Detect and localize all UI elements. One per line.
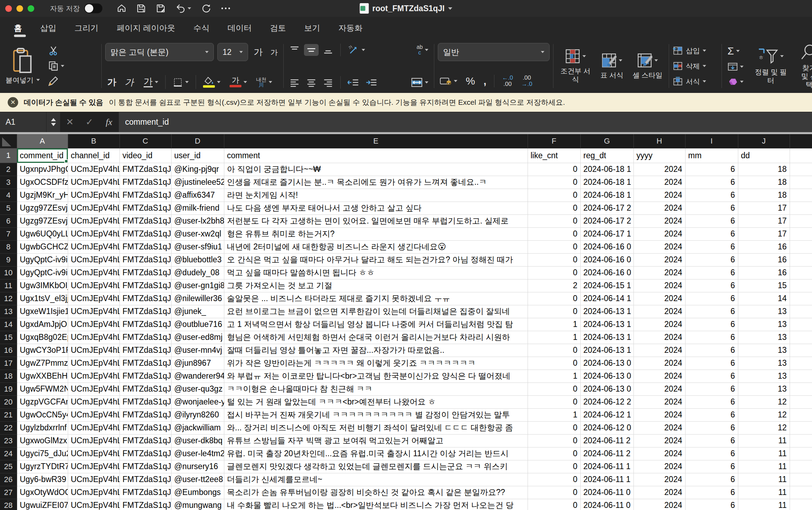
cell-D22[interactable]: @jackwilliam	[171, 421, 224, 434]
row-header-2[interactable]: 2	[0, 163, 17, 176]
cell-H27[interactable]: 2024	[633, 486, 685, 499]
cell-I19[interactable]: 6	[685, 382, 738, 395]
autosave-toggle[interactable]	[84, 3, 102, 13]
cell-J21[interactable]: 12	[738, 408, 790, 421]
cell-A26[interactable]: Ugy6-bwR39	[17, 473, 68, 486]
cell-empty-17[interactable]	[790, 357, 812, 370]
increase-decimal-button[interactable]: ←.0.00	[500, 73, 515, 89]
cell-J11[interactable]: 15	[738, 279, 790, 292]
cell-G15[interactable]: 2024-06-13 1	[580, 331, 633, 344]
cell-F6[interactable]: 0	[528, 214, 580, 227]
cell-J28[interactable]: 11	[738, 499, 790, 510]
cell-E6[interactable]: 저런분도 다 각자 고생하는 면이 있어요. 일면에보면 매우 부럽기도하고. …	[224, 214, 528, 227]
cell-H11[interactable]: 2024	[633, 279, 685, 292]
column-header-F[interactable]: F	[528, 134, 580, 148]
align-left-button[interactable]	[287, 76, 302, 88]
row-header-22[interactable]: 22	[0, 421, 17, 434]
home-button[interactable]	[116, 3, 127, 14]
paste-button[interactable]: 붙여넣기	[3, 48, 42, 84]
cell-D24[interactable]: @user-le4tm2	[171, 447, 224, 460]
cell-C16[interactable]: FMTZdaS1qJI	[119, 344, 171, 357]
cell-H2[interactable]: 2024	[633, 163, 685, 176]
cell-J9[interactable]: 16	[738, 253, 790, 266]
cell-E17[interactable]: 위가 작은 양반이라는게 ㅋㅋㅋㅋㅋ 왜 이렇게 웃기죠 ㅋㅋㅋㅋㅋㅋㅋ	[224, 357, 528, 370]
insert-function-button[interactable]: fx	[99, 112, 119, 132]
cell-C6[interactable]: FMTZdaS1qJI	[119, 214, 171, 227]
undo-button[interactable]	[175, 3, 191, 14]
cell-B2[interactable]: UCmJEpV4hL	[68, 163, 119, 176]
cell-empty-5[interactable]	[790, 202, 812, 214]
cell-H13[interactable]: 2024	[633, 305, 685, 318]
align-middle-button[interactable]	[304, 44, 319, 56]
row-header-27[interactable]: 27	[0, 486, 17, 499]
cell-F8[interactable]: 0	[528, 240, 580, 253]
font-color-button[interactable]: 가	[227, 75, 249, 89]
cell-C20[interactable]: FMTZdaS1qJI	[119, 395, 171, 408]
cell-A6[interactable]: Ugzg97ZEsvjZ	[17, 214, 68, 227]
cell-G4[interactable]: 2024-06-18 1	[580, 189, 633, 202]
cell-B7[interactable]: UCmJEpV4hL	[68, 227, 119, 240]
cell-I25[interactable]: 6	[685, 460, 738, 473]
cell-I14[interactable]: 6	[685, 318, 738, 331]
cell-D11[interactable]: @user-gn1gi8	[171, 279, 224, 292]
cell-A12[interactable]: Ugx1tsV_el3jj	[17, 292, 68, 305]
cell-G24[interactable]: 2024-06-11 2	[580, 447, 633, 460]
cell-I8[interactable]: 6	[685, 240, 738, 253]
cell-G14[interactable]: 2024-06-13 1	[580, 318, 633, 331]
cell-B3[interactable]: UCmJEpV4hL	[68, 176, 119, 189]
cell-D9[interactable]: @bluebottle3	[171, 253, 224, 266]
cell-E4[interactable]: 라면 눈치게임 시작!	[224, 189, 528, 202]
cell-G18[interactable]: 2024-06-13 0	[580, 370, 633, 382]
column-header-A[interactable]: A	[17, 134, 68, 148]
cell-J18[interactable]: 13	[738, 370, 790, 382]
decrease-indent-button[interactable]	[346, 76, 362, 88]
cell-A19[interactable]: Ugw5FWM2N	[17, 382, 68, 395]
cell-J26[interactable]: 11	[738, 473, 790, 486]
cell-C25[interactable]: FMTZdaS1qJI	[119, 460, 171, 473]
cell-F24[interactable]: 0	[528, 447, 580, 460]
cell-C14[interactable]: FMTZdaS1qJI	[119, 318, 171, 331]
clear-dropdown-icon[interactable]	[740, 81, 744, 83]
cell-B15[interactable]: UCmJEpV4hL	[68, 331, 119, 344]
row-header-19[interactable]: 19	[0, 382, 17, 395]
cell-empty-11[interactable]	[790, 279, 812, 292]
cell-empty-20[interactable]	[790, 395, 812, 408]
tab-1[interactable]: 삽입	[31, 17, 65, 39]
phonetic-button[interactable]: 내천 川	[254, 75, 274, 89]
fill-color-dropdown-icon[interactable]	[217, 81, 220, 83]
cell-H28[interactable]: 2024	[633, 499, 685, 510]
cell-H24[interactable]: 2024	[633, 447, 685, 460]
row-header-20[interactable]: 20	[0, 395, 17, 408]
cell-J14[interactable]: 13	[738, 318, 790, 331]
selection-fill-handle[interactable]	[64, 159, 68, 163]
row-header-14[interactable]: 14	[0, 318, 17, 331]
cell-F26[interactable]: 0	[528, 473, 580, 486]
save-button[interactable]	[136, 3, 146, 14]
cell-J1[interactable]: dd	[738, 148, 790, 163]
cell-D1[interactable]: user_id	[171, 148, 224, 163]
cell-H14[interactable]: 2024	[633, 318, 685, 331]
cell-B21[interactable]: UCmJEpV4hL	[68, 408, 119, 421]
cell-C2[interactable]: FMTZdaS1qJI	[119, 163, 171, 176]
cell-C13[interactable]: FMTZdaS1qJI	[119, 305, 171, 318]
cell-F14[interactable]: 1	[528, 318, 580, 331]
cell-J20[interactable]: 12	[738, 395, 790, 408]
cell-empty-25[interactable]	[790, 460, 812, 473]
cell-F13[interactable]: 0	[528, 305, 580, 318]
formula-input[interactable]: comment_id	[119, 112, 812, 132]
cell-G13[interactable]: 2024-06-13 1	[580, 305, 633, 318]
cell-A27[interactable]: UgxOtyWdOC	[17, 486, 68, 499]
spinner-up-icon[interactable]	[51, 118, 56, 121]
cell-A9[interactable]: UgyQptC-iv9i	[17, 253, 68, 266]
cell-B4[interactable]: UCmJEpV4hL	[68, 189, 119, 202]
cell-F23[interactable]: 0	[528, 434, 580, 447]
borders-dropdown-icon[interactable]	[185, 81, 189, 83]
autosum-dropdown-icon[interactable]	[736, 50, 740, 52]
cell-D8[interactable]: @user-sf9iu1	[171, 240, 224, 253]
close-window-button[interactable]	[5, 5, 12, 12]
cell-A15[interactable]: UgxqB8g02Ep	[17, 331, 68, 344]
cell-I1[interactable]: mm	[685, 148, 738, 163]
cell-empty-10[interactable]	[790, 266, 812, 279]
row-header-26[interactable]: 26	[0, 473, 17, 486]
cell-I5[interactable]: 6	[685, 202, 738, 214]
